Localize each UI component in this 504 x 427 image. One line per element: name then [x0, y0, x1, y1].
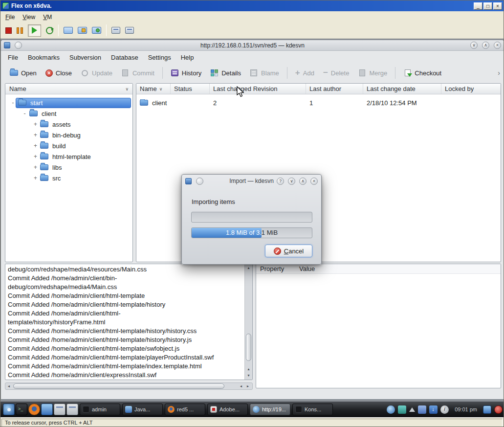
- display-tray-icon[interactable]: [483, 405, 491, 414]
- column-header-value[interactable]: Value: [299, 265, 501, 272]
- chevron-down-icon[interactable]: ∨: [125, 87, 129, 91]
- menu-database[interactable]: Database: [106, 52, 143, 63]
- window-menu-button[interactable]: [15, 42, 22, 49]
- merge-button[interactable]: Merge: [354, 67, 391, 80]
- clock[interactable]: 09:01 pm: [452, 406, 480, 412]
- tree-header[interactable]: Name ∨: [5, 84, 132, 94]
- unity-icon[interactable]: [125, 27, 134, 34]
- fullscreen-icon[interactable]: [64, 27, 73, 34]
- desktop-launcher-icon[interactable]: [41, 404, 53, 415]
- download-tray-icon[interactable]: [429, 405, 438, 414]
- kmenu-icon[interactable]: [3, 404, 15, 415]
- column-header-date[interactable]: Last change date: [363, 84, 441, 94]
- log-horizontal-scrollbar[interactable]: ◂ ◂ ▸: [5, 382, 253, 390]
- tree-item-html-template[interactable]: + html-template: [5, 151, 132, 162]
- minimize-button[interactable]: ∨: [470, 42, 478, 49]
- show-desktop-icon[interactable]: [66, 404, 78, 415]
- tree-item-client[interactable]: - client: [5, 108, 132, 119]
- power-tray-icon[interactable]: [494, 405, 503, 414]
- menu-subversion[interactable]: Subversion: [65, 52, 106, 63]
- tree-item-build[interactable]: + build: [5, 140, 132, 151]
- vm-maximize-button[interactable]: □: [483, 2, 492, 10]
- update-button[interactable]: Update: [77, 67, 116, 80]
- tree-item-bin-debug[interactable]: + bin-debug: [5, 130, 132, 140]
- vm-menu-file[interactable]: File: [1, 12, 19, 22]
- window-list-icon[interactable]: [54, 404, 66, 415]
- help-button[interactable]: ?: [277, 178, 284, 185]
- expand-icon[interactable]: +: [33, 153, 38, 160]
- tree-item-assets[interactable]: + assets: [5, 119, 132, 130]
- scroll-up-icon[interactable]: ▴: [245, 366, 252, 372]
- taskbar-item-admin[interactable]: admin: [80, 404, 120, 415]
- menu-bookmarks[interactable]: Bookmarks: [23, 52, 65, 63]
- vm-menu-vm[interactable]: VM: [39, 12, 56, 22]
- close-button[interactable]: ×: [494, 42, 501, 49]
- column-header-revision[interactable]: Last changed Revision: [210, 84, 306, 94]
- scroll-right-icon[interactable]: ▸: [244, 383, 251, 389]
- close-repo-button[interactable]: × Close: [42, 67, 76, 79]
- scrollbar-thumb[interactable]: [13, 383, 224, 389]
- tree-item-src[interactable]: + src: [5, 173, 132, 183]
- info-tray-icon[interactable]: [440, 405, 449, 414]
- play-button[interactable]: [28, 24, 41, 37]
- menu-settings[interactable]: Settings: [143, 52, 176, 63]
- scroll-left-icon[interactable]: ◂: [5, 383, 12, 389]
- konqueror-tray-icon[interactable]: [387, 405, 395, 414]
- scroll-down-icon[interactable]: ▾: [245, 373, 252, 379]
- revert-icon[interactable]: [92, 27, 101, 34]
- taskbar-item-kdesvn[interactable]: http://19...: [250, 404, 290, 415]
- tree-item-libs[interactable]: + libs: [5, 162, 132, 173]
- terminal-launcher-icon[interactable]: [16, 404, 27, 415]
- scrollbar-thumb[interactable]: [246, 334, 251, 361]
- commit-button[interactable]: Commit: [117, 67, 158, 80]
- collapse-icon[interactable]: -: [22, 110, 27, 117]
- expand-icon[interactable]: +: [33, 121, 38, 128]
- expand-icon[interactable]: +: [33, 132, 38, 138]
- dialog-window-menu-button[interactable]: [196, 178, 203, 185]
- add-button[interactable]: + Add: [291, 67, 318, 79]
- taskbar-item-java[interactable]: Java...: [122, 404, 163, 415]
- vm-menu-view[interactable]: View: [19, 12, 39, 22]
- menu-help[interactable]: Help: [176, 52, 199, 63]
- firefox-launcher-icon[interactable]: [28, 404, 40, 415]
- taskbar-item-red5[interactable]: red5 ...: [165, 404, 205, 415]
- dialog-close-button[interactable]: ×: [310, 178, 318, 185]
- details-button[interactable]: Details: [206, 67, 245, 80]
- menu-file[interactable]: File: [3, 52, 23, 63]
- settings-icon[interactable]: [111, 27, 120, 34]
- column-header-name[interactable]: Name ∨: [136, 84, 171, 94]
- refresh-icon[interactable]: [46, 27, 53, 34]
- blame-button[interactable]: Blame: [246, 67, 283, 80]
- scroll-left-icon[interactable]: ◂: [238, 383, 244, 389]
- expand-icon[interactable]: +: [33, 142, 38, 149]
- open-button[interactable]: Open: [6, 67, 41, 80]
- klipper-tray-icon[interactable]: [418, 405, 426, 414]
- list-row-client[interactable]: client 2 1 2/18/10 12:54 PM: [136, 97, 501, 108]
- column-header-property[interactable]: Property: [256, 265, 299, 272]
- delete-button[interactable]: − Delete: [319, 67, 353, 79]
- history-button[interactable]: History: [167, 67, 205, 80]
- expand-icon[interactable]: +: [33, 175, 38, 181]
- snapshot-icon[interactable]: [78, 27, 87, 34]
- dialog-maximize-button[interactable]: ∧: [299, 178, 307, 185]
- panel-expand-icon[interactable]: [409, 407, 415, 412]
- checkout-button[interactable]: Checkout: [399, 67, 445, 80]
- kdesvn-titlebar[interactable]: http://192.168.0.151/svn/red5 — kdesvn ∨…: [1, 40, 504, 51]
- pause-icon[interactable]: [17, 27, 23, 34]
- taskbar-item-adobe[interactable]: Adobe...: [207, 404, 248, 415]
- cancel-button[interactable]: Cancel: [265, 245, 312, 257]
- dialog-titlebar[interactable]: Import — kdesvn ? ∨ ∧ ×: [182, 175, 321, 187]
- stop-icon[interactable]: [5, 27, 12, 34]
- vm-minimize-button[interactable]: _: [474, 2, 482, 10]
- column-header-locked[interactable]: Locked by: [441, 84, 501, 94]
- network-tray-icon[interactable]: [398, 405, 406, 414]
- column-header-author[interactable]: Last author: [306, 84, 363, 94]
- tree-item-start[interactable]: - start: [5, 97, 132, 108]
- collapse-icon[interactable]: -: [10, 99, 16, 106]
- toolbar-overflow-chevron[interactable]: ›: [498, 69, 500, 77]
- column-header-status[interactable]: Status: [171, 84, 210, 94]
- vm-close-button[interactable]: ×: [493, 2, 502, 10]
- log-vertical-scrollbar[interactable]: ▴ ▴ ▾: [244, 264, 252, 380]
- dialog-minimize-button[interactable]: ∨: [288, 178, 295, 185]
- scroll-up-icon[interactable]: ▴: [245, 265, 252, 271]
